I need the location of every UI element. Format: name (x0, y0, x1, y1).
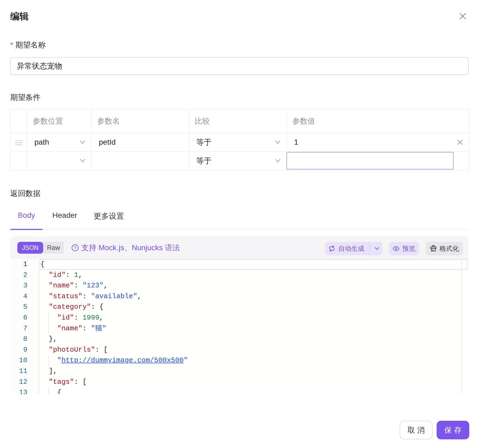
svg-text:?: ? (74, 245, 76, 250)
